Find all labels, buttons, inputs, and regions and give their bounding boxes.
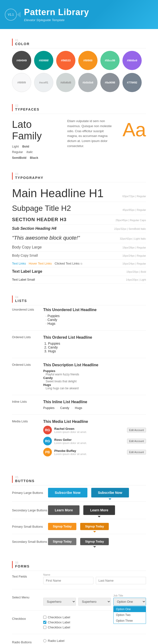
- swatch-b0b5b8: #b0b5b8: [78, 73, 97, 92]
- form-row-text-fields: Text Fields Name: [12, 573, 146, 589]
- avatar-ross: RG: [43, 437, 52, 446]
- signup-today-button-3[interactable]: Signup Today: [48, 538, 76, 545]
- section-num-forms: 06: [15, 561, 146, 564]
- media-item-2: RG Ross Geller Lorem ipsum dolor sit ame…: [43, 437, 146, 446]
- typo-label-small-text: Text Label Small: [12, 278, 126, 281]
- typeface-family-name: Lato Family: [12, 119, 58, 142]
- dropdown-option-2[interactable]: Option Two: [114, 612, 146, 618]
- btn-group-secondary-large: Learn More Learn More: [48, 505, 115, 515]
- swatch-f96533: #f96533: [56, 51, 75, 70]
- media-name-rachel: Rachel Green: [54, 427, 127, 430]
- inline-headline: This Inline List Headline: [43, 400, 146, 404]
- list-row-unordered: Unordered Lists This Unordered List Head…: [12, 308, 146, 330]
- lastname-input[interactable]: [96, 577, 146, 584]
- radio-input-1[interactable]: [43, 639, 46, 642]
- section-header-color: 01 COLOR: [12, 38, 146, 46]
- typo-body-large-meta: 19px/28px | Regular: [122, 246, 146, 249]
- lastname-label: [96, 573, 146, 576]
- typo-blockquote-meta: 32px/42px | Light Italic: [120, 237, 146, 240]
- checkbox-input-1[interactable]: [43, 616, 46, 619]
- select3[interactable]: Option One Option Two Option Three: [113, 598, 146, 606]
- btn-group-secondary-small: Signup Today Signup Today: [48, 538, 109, 545]
- media-text-pheobe: Pheobe Buffay Lorem ipsum dolor sit amet…: [54, 449, 127, 456]
- btn-group-primary-small: Signup Today Signup Today: [48, 523, 109, 530]
- dropdown-option-3[interactable]: Option Three: [114, 618, 146, 624]
- dropdown-open-menu[interactable]: Option One Option Two Option Three: [113, 606, 146, 624]
- learn-more-button-2[interactable]: Learn More: [83, 505, 115, 515]
- select1[interactable]: Superhero: [43, 598, 76, 606]
- desc-detail: Long hugs can be akward: [46, 387, 146, 390]
- link-hover[interactable]: Hover Text Links: [29, 262, 52, 265]
- typo-h3-text: SECTION HEADER H3: [12, 217, 115, 222]
- radio-item-1[interactable]: Radio Label: [43, 639, 146, 642]
- list-separator: ·: [57, 406, 58, 410]
- description-list: Puppies Playful warm fuzzy friends Candy…: [43, 369, 146, 390]
- signup-today-button-2[interactable]: Signup Today: [80, 523, 108, 530]
- swatch-778492: #778492: [122, 73, 142, 92]
- page-title: Pattern Library: [24, 7, 89, 17]
- section-title-typography: TYPOGRAPHY: [15, 176, 146, 180]
- typeface-weights: Light Bold Regular Italic SemiBold Black: [12, 144, 58, 160]
- swatch-494949: #494949: [12, 51, 31, 70]
- typeface-display-chars: Aa: [122, 119, 146, 141]
- subscribe-now-button-1[interactable]: Subscribe Now: [48, 488, 87, 498]
- edit-account-button-rachel[interactable]: Edit Account: [127, 428, 146, 432]
- signup-today-button-4[interactable]: Signup Today: [80, 538, 108, 545]
- hover-indicator-primary: [108, 498, 111, 500]
- checkbox-item-3[interactable]: Checkbox Label: [43, 626, 146, 629]
- edit-account-button-ross[interactable]: Edit Account: [127, 439, 146, 444]
- section-title-forms: FORMS: [15, 564, 146, 568]
- select1-label: [43, 594, 76, 597]
- color-swatches-row1: #494949 #00998f #f96533 #f9f900 #55cc99 …: [12, 51, 146, 70]
- btn-label-secondary-large: Secondary Large Buttons: [12, 508, 48, 512]
- list-row-media: Media Lists This Media List Headline RG …: [12, 420, 146, 464]
- list-item: Hugs: [75, 406, 82, 410]
- typo-h2: Subpage Title H2 45px/65px | Regular: [12, 202, 146, 215]
- avatar-pheobe: PB: [43, 448, 52, 456]
- typo-body-large: Body Copy Large 19px/28px | Regular: [12, 243, 146, 252]
- form-row-select: Select Menu Superhero Superhero: [12, 594, 146, 611]
- typeface-family-block: Lato Family Light Bold Regular Italic Se…: [12, 119, 58, 160]
- media-headline: This Media List Headline: [43, 420, 146, 424]
- list-content-description: This Description List Headline Puppies P…: [43, 363, 146, 390]
- color-section: 01 COLOR #494949 #00998f #f96533 #f9f900…: [12, 38, 146, 92]
- link-clicked[interactable]: Clicked Text Links: [55, 262, 79, 265]
- main-content: 01 COLOR #494949 #00998f #f96533 #f9f900…: [0, 29, 158, 644]
- subscribe-now-button-2[interactable]: Subscribe Now: [91, 488, 129, 498]
- link-normal[interactable]: Text Links: [12, 262, 26, 265]
- form-content-select: Superhero Superhero Job Title Option One: [43, 594, 146, 606]
- typefaces-section: 02 TYPEFACES Lato Family Light Bold Regu…: [12, 104, 146, 160]
- description-headline: This Description List Headline: [43, 363, 146, 367]
- color-swatches-row2: #f8f8f9 #eceff1 #d0d6d5 #b0b5b8 #8a9098 …: [12, 73, 146, 92]
- learn-more-button-1[interactable]: Learn More: [48, 505, 79, 515]
- media-sub-rachel: Lorem ipsum dolor sit amet.: [54, 430, 127, 434]
- typo-h4-meta: 22px/32px | SemiBold Italic: [114, 228, 146, 230]
- form-content-radio: Radio Label Radio Label: [43, 639, 146, 644]
- list-content-ordered: This Ordered List Headline Puppies Candy…: [43, 335, 146, 353]
- checkbox-input-3[interactable]: [43, 626, 46, 629]
- section-num-color: 01: [15, 38, 146, 42]
- typefaces-content: Lato Family Light Bold Regular Italic Se…: [12, 116, 146, 160]
- list-item: Hugs: [48, 349, 146, 353]
- firstname-input[interactable]: [43, 577, 93, 584]
- section-title-lists: LISTS: [15, 299, 146, 303]
- typo-h3-meta: 29px/45px | Regular Caps: [115, 219, 146, 222]
- list-type-media: Media Lists: [12, 420, 43, 423]
- typo-label-large-text: Text Label Large: [12, 269, 126, 274]
- list-item: Candy: [48, 346, 146, 349]
- typo-h2-text: Subpage Title H2: [12, 204, 122, 213]
- select2[interactable]: Superhero: [78, 598, 111, 606]
- btn-row-secondary-large: Secondary Large Buttons Learn More Learn…: [12, 505, 146, 519]
- swatch-8a9098: #8a9098: [100, 73, 120, 92]
- form-fields-name: Name: [43, 573, 146, 584]
- section-header-forms: 06 FORMS: [12, 561, 146, 568]
- edit-account-button-pheobe[interactable]: Edit Account: [127, 450, 146, 454]
- list-type-unordered: Unordered Lists: [12, 308, 43, 311]
- form-label-text-fields: Text Fields: [12, 573, 43, 578]
- checkbox-input-2[interactable]: [43, 621, 46, 624]
- dropdown-option-1[interactable]: Option One: [114, 606, 146, 612]
- list-row-ordered: Ordered Lists This Ordered List Headline…: [12, 335, 146, 358]
- signup-today-button-1[interactable]: Signup Today: [48, 523, 76, 530]
- hover-indicator-primary-sm: [93, 531, 96, 532]
- btn-row-secondary-small: Secondary Small Buttons Signup Today Sig…: [12, 538, 146, 549]
